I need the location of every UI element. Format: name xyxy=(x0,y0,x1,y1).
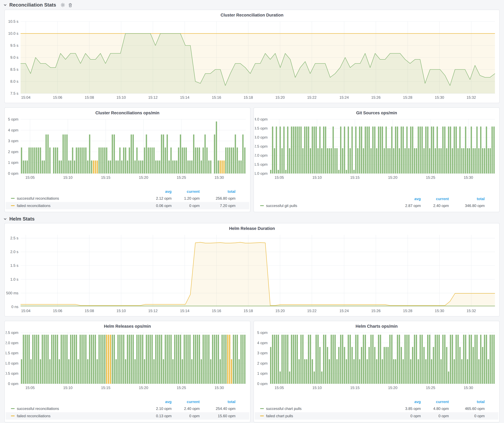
legend-header-total[interactable]: total xyxy=(449,400,485,404)
series-color-dash-icon xyxy=(11,205,15,206)
legend-value-avg: 0 opm xyxy=(393,414,421,418)
panel-title[interactable]: Helm Releases ops/min xyxy=(5,324,250,329)
svg-text:9.5 s: 9.5 s xyxy=(10,43,18,47)
svg-text:2.5 opm: 2.5 opm xyxy=(6,330,18,335)
svg-text:15:26: 15:26 xyxy=(371,95,381,100)
svg-text:15:16: 15:16 xyxy=(212,309,221,313)
chevron-down-icon[interactable] xyxy=(3,217,7,221)
svg-text:0 opm: 0 opm xyxy=(8,171,18,176)
legend-value-current: 0 opm xyxy=(172,204,200,208)
legend-header-avg[interactable]: avg xyxy=(393,197,421,201)
svg-text:15:12: 15:12 xyxy=(148,309,157,313)
panel-title[interactable]: Cluster Reconciliation Duration xyxy=(5,13,499,18)
row-title[interactable]: Helm Stats xyxy=(9,216,35,222)
svg-text:2 opm: 2 opm xyxy=(8,150,18,154)
legend-series-label[interactable]: failed reconciliations xyxy=(11,204,144,208)
trash-icon[interactable] xyxy=(68,3,73,7)
legend-value-current: 2.40 opm xyxy=(172,406,200,411)
legend-series-label[interactable]: successful reconciliations xyxy=(11,196,144,201)
svg-text:15:22: 15:22 xyxy=(307,309,317,313)
legend-value-avg: 0.13 opm xyxy=(144,414,172,418)
chart-cluster-reconciliations-opm[interactable]: 0 opm1 opm2 opm3 opm4 opm5 opm15:0515:10… xyxy=(6,117,249,181)
legend-row: successful git pulls2.87 opm2.40 opm346.… xyxy=(255,202,498,209)
legend-value-total: 7.20 opm xyxy=(200,204,235,208)
legend-series-label[interactable]: failed reconciliations xyxy=(11,414,144,418)
legend-header-current[interactable]: current xyxy=(172,189,200,194)
legend-header-avg[interactable]: avg xyxy=(393,400,421,404)
svg-text:9.0 s: 9.0 s xyxy=(10,55,18,59)
legend-series-label[interactable]: failed chart pulls xyxy=(260,414,393,418)
chart-helm-releases-opm[interactable]: 0 opm0.5 opm1.0 opm1.5 opm2.0 opm2.5 opm… xyxy=(6,330,249,391)
legend-row: successful reconciliations2.12 opm1.20 o… xyxy=(6,195,249,202)
series-color-dash-icon xyxy=(11,408,15,409)
legend-header: avgcurrenttotal xyxy=(255,196,498,202)
panel-title[interactable]: Helm Release Duration xyxy=(5,226,499,231)
legend-header-avg[interactable]: avg xyxy=(144,189,172,194)
chevron-down-icon[interactable] xyxy=(3,3,7,7)
chart-cluster-reconciliation-duration[interactable]: 7.5 s8.0 s8.5 s9.0 s9.5 s10.0 s10.5 s15:… xyxy=(6,19,498,101)
legend-header-current[interactable]: current xyxy=(421,197,449,201)
row-title[interactable]: Reconciliation Stats xyxy=(9,2,56,8)
legend-header-total[interactable]: total xyxy=(449,197,485,201)
svg-text:4.0 opm: 4.0 opm xyxy=(255,117,268,121)
svg-text:15:30: 15:30 xyxy=(435,309,444,313)
svg-text:1.5 opm: 1.5 opm xyxy=(6,351,18,355)
svg-text:0 ns: 0 ns xyxy=(11,305,18,309)
panel-title[interactable]: Helm Charts ops/min xyxy=(254,324,499,329)
svg-text:0.5 opm: 0.5 opm xyxy=(6,371,18,376)
legend-value-avg: 2.10 opm xyxy=(144,406,172,411)
svg-text:15:30: 15:30 xyxy=(435,95,444,100)
legend-value-current: 2.40 opm xyxy=(421,204,449,208)
svg-text:15:28: 15:28 xyxy=(403,309,412,313)
svg-text:1.0 opm: 1.0 opm xyxy=(255,171,268,176)
svg-text:1 opm: 1 opm xyxy=(257,371,268,376)
legend-helm-charts: avgcurrenttotalsuccessful chart pulls3.8… xyxy=(255,389,498,422)
svg-text:1.0 s: 1.0 s xyxy=(10,277,18,282)
legend-header: avgcurrenttotal xyxy=(255,399,498,405)
panel-git-sources-opm: Git Sources ops/min 1.0 opm1.5 opm2.0 op… xyxy=(253,107,500,212)
legend-value-avg: 2.87 opm xyxy=(393,204,421,208)
svg-text:10.0 s: 10.0 s xyxy=(8,31,18,35)
legend-value-current: 4.80 opm xyxy=(421,406,449,411)
gear-icon[interactable] xyxy=(60,3,65,7)
series-color-dash-icon xyxy=(11,198,15,199)
legend-value-avg: 3.85 opm xyxy=(393,406,421,411)
legend-value-current: 0 opm xyxy=(421,414,449,418)
svg-text:5 opm: 5 opm xyxy=(8,117,18,121)
legend-header-total[interactable]: total xyxy=(200,400,235,404)
svg-text:15:06: 15:06 xyxy=(53,95,62,100)
svg-text:1.5 s: 1.5 s xyxy=(10,263,18,268)
panel-helm-releases-opm: Helm Releases ops/min 0 opm0.5 opm1.0 op… xyxy=(4,321,251,422)
row-header-helm-stats[interactable]: Helm Stats xyxy=(3,216,35,222)
svg-text:15:32: 15:32 xyxy=(467,95,476,100)
svg-text:15:04: 15:04 xyxy=(21,95,30,100)
legend-value-total: 346.80 opm xyxy=(449,204,485,208)
legend-row: failed reconciliations0.13 opm0 opm15.60… xyxy=(6,412,249,420)
legend-series-label[interactable]: successful chart pulls xyxy=(260,406,393,411)
legend-series-label[interactable]: successful reconciliations xyxy=(11,406,144,411)
svg-text:15:06: 15:06 xyxy=(53,309,62,313)
panel-title[interactable]: Git Sources ops/min xyxy=(254,111,499,115)
legend-series-label[interactable]: successful git pulls xyxy=(260,204,393,208)
panel-title[interactable]: Cluster Reconciliations ops/min xyxy=(5,111,250,115)
svg-text:15:22: 15:22 xyxy=(307,95,317,100)
legend-header-avg[interactable]: avg xyxy=(144,400,172,404)
svg-text:15:12: 15:12 xyxy=(148,95,157,100)
svg-text:15:24: 15:24 xyxy=(339,95,349,100)
legend-row: failed chart pulls0 opm0 opm0 opm xyxy=(255,412,498,420)
row-header-reconciliation-stats[interactable]: Reconciliation Stats xyxy=(3,1,73,8)
svg-text:0 opm: 0 opm xyxy=(257,382,268,386)
chart-git-sources-opm[interactable]: 1.0 opm1.5 opm2.0 opm2.5 opm3.0 opm3.5 o… xyxy=(255,117,498,181)
legend-helm-releases: avgcurrenttotalsuccessful reconciliation… xyxy=(6,389,249,422)
svg-text:8.5 s: 8.5 s xyxy=(10,67,18,71)
legend-header-current[interactable]: current xyxy=(421,400,449,404)
series-color-dash-icon xyxy=(260,408,264,409)
legend-header-current[interactable]: current xyxy=(172,400,200,404)
chart-helm-charts-opm[interactable]: 0 opm1 opm2 opm3 opm4 opm5 opm15:0515:10… xyxy=(255,330,498,391)
series-color-dash-icon xyxy=(11,416,15,416)
svg-text:15:28: 15:28 xyxy=(403,95,412,100)
legend-value-total: 254.40 opm xyxy=(200,406,235,411)
chart-helm-release-duration[interactable]: 0 ns500 ms1.0 s1.5 s2.0 s2.5 s15:0415:06… xyxy=(6,233,498,314)
legend-header-total[interactable]: total xyxy=(200,189,235,194)
svg-text:15:18: 15:18 xyxy=(244,309,253,313)
